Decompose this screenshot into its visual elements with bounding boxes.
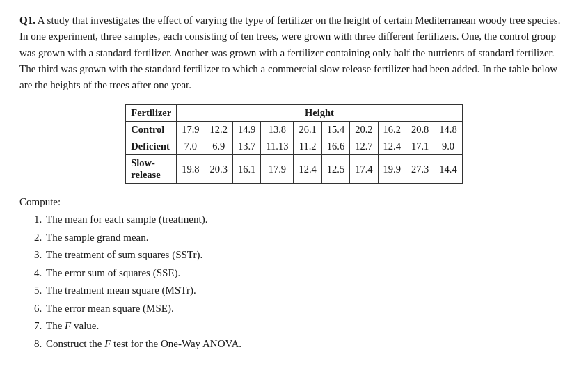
cell-0-5: 15.4 [321, 122, 349, 138]
cell-0-1: 12.2 [205, 122, 232, 138]
cell-1-5: 16.6 [321, 138, 349, 155]
cell-2-7: 19.9 [378, 155, 406, 184]
cell-0-4: 26.1 [294, 122, 321, 138]
cell-1-8: 17.1 [406, 138, 434, 155]
cell-0-8: 20.8 [406, 122, 434, 138]
compute-item-7: The F value. [45, 317, 569, 335]
cell-0-0: 17.9 [177, 122, 205, 138]
compute-item-2: The sample grand mean. [45, 229, 569, 247]
cell-2-0: 19.8 [177, 155, 205, 184]
height-header: Height [177, 105, 462, 122]
cell-2-9: 14.4 [434, 155, 462, 184]
cell-1-6: 12.7 [350, 138, 378, 155]
cell-0-6: 20.2 [350, 122, 378, 138]
compute-item-8: Construct the F test for the One-Way ANO… [45, 335, 569, 353]
fertilizer-header: Fertilizer [126, 105, 177, 122]
cell-2-6: 17.4 [350, 155, 378, 184]
compute-item-3: The treatment of sum squares (SSTr). [45, 246, 569, 264]
question-paragraph: Q1. A study that investigates the effect… [19, 13, 569, 93]
cell-0-9: 14.8 [434, 122, 462, 138]
compute-item-6: The error mean square (MSE). [45, 300, 569, 318]
row-label-1: Deficient [126, 138, 177, 155]
cell-1-9: 9.0 [434, 138, 462, 155]
cell-1-0: 7.0 [177, 138, 205, 155]
cell-2-8: 27.3 [406, 155, 434, 184]
compute-section: Compute: The mean for each sample (treat… [19, 196, 569, 353]
data-table: Fertilizer Height Control17.912.214.913.… [125, 104, 462, 184]
cell-1-7: 12.4 [378, 138, 406, 155]
cell-0-3: 13.8 [261, 122, 294, 138]
cell-1-2: 13.7 [232, 138, 260, 155]
cell-1-1: 6.9 [205, 138, 232, 155]
question-label: Q1. [19, 15, 35, 26]
compute-item-4: The error sum of squares (SSE). [45, 264, 569, 282]
cell-0-2: 14.9 [232, 122, 260, 138]
compute-item-1: The mean for each sample (treatment). [45, 211, 569, 229]
row-label-slow: Slow-release [126, 155, 177, 184]
compute-list: The mean for each sample (treatment).The… [45, 211, 569, 353]
cell-2-5: 12.5 [321, 155, 349, 184]
cell-0-7: 16.2 [378, 122, 406, 138]
cell-1-4: 11.2 [294, 138, 321, 155]
row-label-0: Control [126, 122, 177, 138]
compute-label: Compute: [19, 196, 569, 208]
cell-2-3: 17.9 [261, 155, 294, 184]
question-body: A study that investigates the effect of … [19, 15, 560, 90]
cell-1-3: 11.13 [261, 138, 294, 155]
compute-item-5: The treatment mean square (MSTr). [45, 282, 569, 300]
cell-2-1: 20.3 [205, 155, 232, 184]
cell-2-2: 16.1 [232, 155, 260, 184]
cell-2-4: 12.4 [294, 155, 321, 184]
